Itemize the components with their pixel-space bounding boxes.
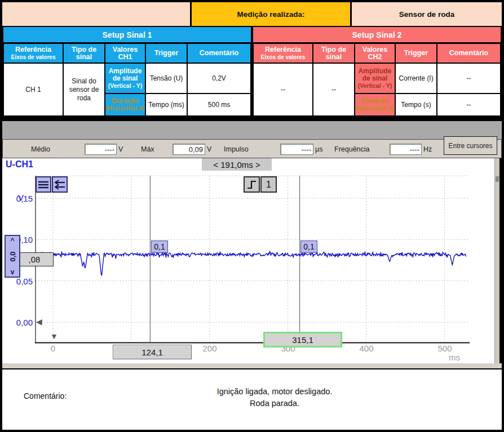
level-spinner[interactable]: ^ 0,0 v <box>5 235 20 278</box>
signal-trace <box>36 251 466 275</box>
double-left-arrows-icon <box>54 180 65 190</box>
move-cursors-left-button[interactable] <box>52 176 68 193</box>
cursor-delta-box[interactable]: < 191,0ms > <box>202 158 272 171</box>
x-tick-500: 500 <box>434 344 456 353</box>
rising-edge-icon <box>246 179 258 190</box>
y-tick-0.00: 0,00 <box>14 318 33 327</box>
oscilloscope-plot <box>0 0 504 432</box>
x-axis-unit-label: ms <box>449 353 460 362</box>
trigger-channel-button[interactable]: 1 <box>260 176 277 193</box>
channel-label: U-CH1 <box>6 159 33 170</box>
x-tick-400: 400 <box>355 344 378 353</box>
ground-level-marker-icon[interactable]: ◀ <box>36 318 42 326</box>
spinner-up-arrow[interactable]: ^ <box>10 237 14 244</box>
cursor2-value-label[interactable]: 0,1 <box>300 241 317 253</box>
x-tick-200: 200 <box>198 344 221 353</box>
cursor1-time-box[interactable]: 124,1 <box>113 345 192 359</box>
trigger-edge-button[interactable] <box>244 176 260 193</box>
spinner-down-arrow[interactable]: v <box>11 268 15 276</box>
x-tick-0: 0 <box>42 344 64 353</box>
cursor2-time-box[interactable]: 315,1 <box>263 332 342 348</box>
signal-level-box[interactable]: ,08 <box>15 252 54 266</box>
spinner-value: 0,0 <box>8 251 16 261</box>
cursor1-value-label[interactable]: 0,1 <box>151 241 168 253</box>
y-tick-0.05: 0,05 <box>14 277 33 286</box>
y-tick-0.15: 0,15 <box>14 194 33 203</box>
report-page: Medição realizada: Sensor de roda Setup … <box>0 0 504 432</box>
cursor-lines-button[interactable] <box>36 176 51 193</box>
horizontal-lines-icon <box>38 180 49 190</box>
trigger-position-marker-icon[interactable]: ▼ <box>50 332 58 340</box>
